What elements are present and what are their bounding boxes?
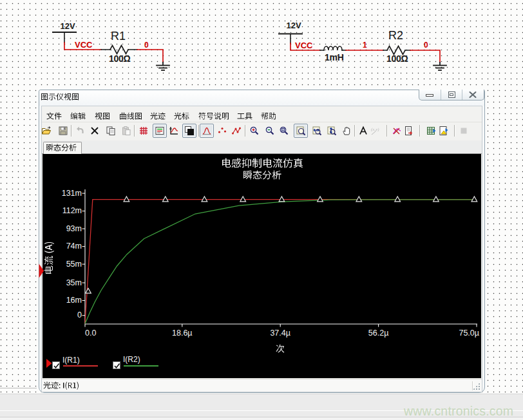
menu-item-view[interactable]: 视图 <box>95 112 111 122</box>
tick-label: 18.6µ <box>170 329 195 338</box>
toolbar-separator <box>386 125 387 137</box>
chart-subtitle: 瞬态分析 <box>243 170 282 182</box>
toolbar-black-white-background-button[interactable] <box>182 124 196 138</box>
menu-item-tools[interactable]: 工具 <box>237 112 253 122</box>
net-1-label: 1 <box>363 41 367 50</box>
wire-r2-gnd[interactable] <box>410 50 440 62</box>
ground-symbol-right[interactable] <box>433 62 446 70</box>
black-white-background-icon <box>184 126 195 136</box>
toolbar-show-legend-button[interactable] <box>153 124 167 138</box>
chart-title-text: 电感抑制电流仿真 <box>221 158 303 169</box>
zoom-out-icon <box>265 126 275 136</box>
tab-strip <box>42 140 482 154</box>
chart-area[interactable] <box>43 154 481 378</box>
chart-title: 电感抑制电流仿真 <box>221 158 304 170</box>
menu-item-file-text: 文件 <box>46 112 62 120</box>
export-to-powerpoint-icon <box>439 126 449 136</box>
menu-item-edit[interactable]: 编辑 <box>70 112 86 122</box>
pan-icon <box>341 126 352 136</box>
menu-item-trace[interactable]: 光迹 <box>150 112 166 122</box>
toolbar-delete-button[interactable] <box>88 124 102 138</box>
r1-ref-label: R1 <box>111 30 126 43</box>
menu-item-tools-text: 工具 <box>237 112 252 120</box>
save-icon <box>58 126 68 136</box>
legend-checkbox-ir2[interactable] <box>113 361 120 369</box>
menu-item-graph[interactable]: 曲线图 <box>119 112 143 122</box>
zoom-horizontal-icon <box>312 126 322 136</box>
toolbar-paste-button[interactable] <box>119 124 133 138</box>
r2-value-label: 100Ω <box>386 53 408 64</box>
toolbar-show-coordinates-button[interactable]: (x,y) <box>368 124 383 138</box>
show-coordinates-icon: (x,y) <box>370 126 381 136</box>
toolbar-separator <box>134 125 135 137</box>
menu-item-help-text: 帮助 <box>261 112 276 120</box>
right-net-vcc-label: VCC <box>295 41 312 50</box>
toolbar-show-curve-button[interactable] <box>200 124 214 138</box>
restore-button[interactable] <box>441 90 463 100</box>
toolbar-separator <box>454 125 455 137</box>
tick-label: 75.0µ <box>453 329 479 338</box>
menu-item-file[interactable]: 文件 <box>46 112 62 122</box>
menu-item-legend[interactable]: 符号说明 <box>198 112 230 122</box>
y-axis-title-text: 电流 (A) <box>44 240 55 275</box>
tab-transient-analysis-label: 瞬态分析 <box>46 144 77 153</box>
window-titlebar[interactable] <box>39 90 484 106</box>
export-graph-icon <box>404 126 414 136</box>
y-axis-title: 电流 (A) <box>44 240 55 275</box>
legend-line-ir1 <box>63 365 98 367</box>
toolbar-show-points-button[interactable] <box>215 124 229 138</box>
zoom-in-icon <box>249 126 260 136</box>
tick-label: 74m <box>51 242 82 251</box>
background-window-edge <box>0 388 37 388</box>
legend-line-ir2 <box>124 365 158 367</box>
menu-item-help[interactable]: 帮助 <box>261 112 277 122</box>
window-title-text: 图示仪视图 <box>41 93 79 101</box>
menu-item-view-text: 视图 <box>95 112 110 120</box>
toolbar-graph-properties-button[interactable] <box>167 124 181 138</box>
show-points-lines-icon <box>231 126 242 136</box>
toolbar-stop-button[interactable] <box>457 124 471 138</box>
undo-icon <box>75 126 85 136</box>
toolbar-show-points-lines-button[interactable] <box>229 124 243 138</box>
show-legend-icon <box>155 126 165 136</box>
resistor-r1[interactable] <box>101 46 137 54</box>
toolbar-zoom-horizontal-button[interactable] <box>310 124 324 138</box>
wire-r1-gnd[interactable] <box>137 50 163 62</box>
toolbar-export-graph-button[interactable] <box>402 124 416 138</box>
legend-checkbox-ir1[interactable] <box>52 361 60 369</box>
toolbar-export-to-powerpoint-button[interactable] <box>437 124 451 138</box>
show-grid-icon <box>138 126 149 136</box>
left-net-0-label: 0 <box>144 41 149 50</box>
toolbar-copy-button[interactable] <box>104 124 118 138</box>
restore-icon <box>448 91 455 98</box>
toolbar-save-button[interactable] <box>56 124 70 138</box>
menu-item-cursor[interactable]: 光标 <box>174 112 190 122</box>
toolbar-zoom-restore-button[interactable] <box>277 124 291 138</box>
ground-symbol-left[interactable] <box>157 62 169 70</box>
toolbar-show-grid-button[interactable] <box>137 124 151 138</box>
toolbar-separator <box>245 125 245 137</box>
toolbar-zoom-out-button[interactable] <box>263 124 277 138</box>
close-icon <box>462 90 483 100</box>
minimize-button[interactable] <box>419 90 441 100</box>
close-button[interactable] <box>462 90 484 100</box>
toolbar-pan-button[interactable] <box>339 124 354 138</box>
stop-icon <box>459 126 469 136</box>
toolbar-separator <box>354 125 355 137</box>
toolbar-zoom-select-button[interactable] <box>294 124 308 138</box>
inductor-l1[interactable] <box>320 46 346 50</box>
x-axis-title: 次 <box>276 344 285 355</box>
r1-value-label: 100Ω <box>109 53 130 64</box>
resize-grip[interactable] <box>472 382 480 390</box>
watermark: www.cntronics.com <box>404 404 513 419</box>
menu-item-trace-text: 光迹 <box>150 112 166 120</box>
legend-label-ir1: I(R1) <box>62 356 80 365</box>
toolbar-undo-button[interactable] <box>73 124 87 138</box>
toolbar-zoom-vertical-button[interactable] <box>325 124 339 138</box>
toolbar-open-button[interactable] <box>39 124 53 138</box>
legend-label-ir2: I(R2) <box>123 355 140 364</box>
toolbar-zoom-in-button[interactable] <box>247 124 262 138</box>
zoom-vertical-icon <box>327 126 337 136</box>
status-separator <box>472 381 473 390</box>
export-to-excel-icon <box>426 126 437 136</box>
